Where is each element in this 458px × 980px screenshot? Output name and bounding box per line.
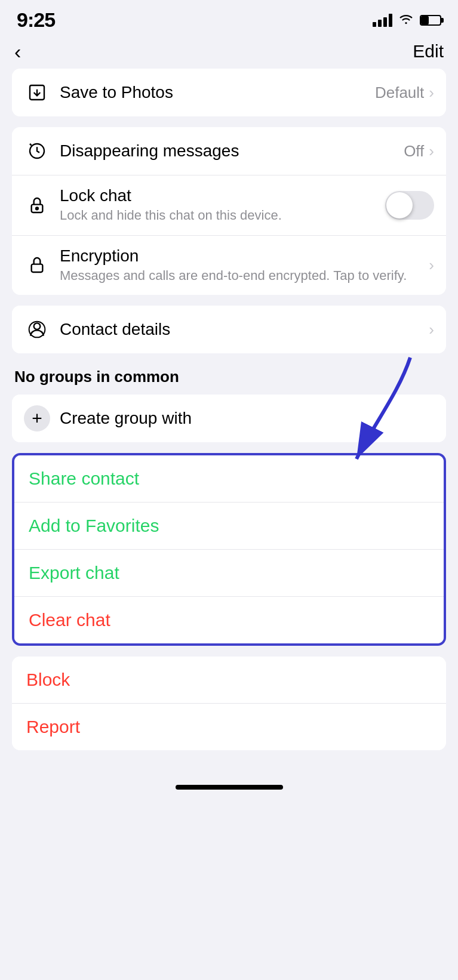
battery-icon [420,15,441,26]
create-group-title: Create group with [60,409,192,428]
wifi-icon [398,13,414,28]
share-contact-item[interactable]: Share contact [14,455,444,503]
save-icon [24,79,50,106]
add-to-favorites-label: Add to Favorites [29,516,159,536]
chevron-right-icon: › [429,84,434,102]
svg-rect-5 [32,264,43,272]
share-contact-label: Share contact [29,469,139,489]
disappearing-messages-title: Disappearing messages [60,141,404,161]
back-button[interactable]: ‹ [14,41,21,61]
report-item[interactable]: Report [12,704,446,750]
svg-point-6 [34,323,41,330]
signal-icon [373,14,392,27]
disappearing-icon [24,138,50,164]
create-group-item[interactable]: + Create group with [12,395,446,442]
action-group: Share contact Add to Favorites Export ch… [12,453,446,646]
export-chat-item[interactable]: Export chat [14,550,444,597]
encryption-title: Encryption [60,246,429,266]
plus-icon: + [24,405,50,432]
groups-label: No groups in common [0,364,458,395]
disappearing-messages-value: Off [404,142,424,161]
save-to-photos-item[interactable]: Save to Photos Default › [12,69,446,116]
contact-icon [24,316,50,343]
encryption-item[interactable]: Encryption Messages and calls are end-to… [12,236,446,295]
export-chat-label: Export chat [29,563,119,583]
lock-chat-subtitle: Lock and hide this chat on this device. [60,207,385,224]
clear-chat-item[interactable]: Clear chat [14,597,444,643]
edit-button[interactable]: Edit [413,41,444,61]
chevron-right-icon: › [429,256,434,275]
add-to-favorites-item[interactable]: Add to Favorites [14,503,444,550]
block-item[interactable]: Block [12,657,446,704]
home-indicator-area [0,761,458,802]
block-label: Block [26,670,70,690]
privacy-section: Disappearing messages Off › Lock chat Lo… [12,127,446,295]
chevron-right-icon: › [429,142,434,161]
home-indicator [176,785,283,790]
save-to-photos-title: Save to Photos [60,83,375,102]
chevron-right-icon: › [429,320,434,339]
encryption-icon [24,252,50,278]
contact-details-title: Contact details [60,320,429,339]
save-to-photos-section: Save to Photos Default › [12,69,446,116]
action-section-highlighted: Share contact Add to Favorites Export ch… [12,453,446,646]
disappearing-messages-item[interactable]: Disappearing messages Off › [12,127,446,175]
save-to-photos-value: Default [375,84,424,102]
lock-chat-title: Lock chat [60,186,385,205]
encryption-subtitle: Messages and calls are end-to-end encryp… [60,267,429,285]
svg-point-4 [36,207,38,209]
status-bar: 9:25 [0,0,458,36]
clear-chat-label: Clear chat [29,610,110,630]
lock-chat-icon [24,192,50,218]
contact-details-section: Contact details › [12,306,446,353]
danger-section: Block Report [12,657,446,750]
lock-chat-toggle[interactable] [385,191,434,220]
report-label: Report [26,717,80,737]
status-icons [373,13,441,28]
status-time: 9:25 [17,8,55,32]
create-group-section: + Create group with [12,395,446,442]
contact-details-item[interactable]: Contact details › [12,306,446,353]
nav-bar: ‹ Edit [0,36,458,69]
lock-chat-item[interactable]: Lock chat Lock and hide this chat on thi… [12,175,446,236]
